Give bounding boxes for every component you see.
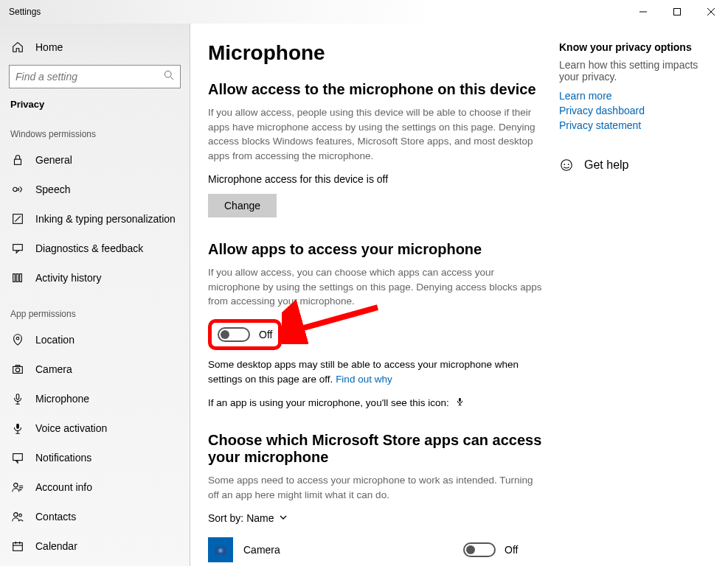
svg-rect-16: [15, 366, 19, 367]
sidebar-item-label: Location: [35, 334, 74, 346]
svg-point-4: [164, 71, 171, 77]
account-icon: [10, 480, 25, 495]
sidebar-item-label: Camera: [35, 363, 72, 375]
svg-rect-23: [13, 543, 23, 551]
section-heading: Allow apps to access your microphone: [208, 241, 544, 258]
sort-value: Name: [246, 512, 274, 524]
svg-rect-19: [13, 454, 23, 461]
section-heading: Allow access to the microphone on this d…: [208, 81, 544, 98]
svg-rect-18: [16, 424, 19, 429]
calendar-icon: [10, 539, 25, 553]
minimize-button[interactable]: [626, 0, 660, 24]
notifications-icon: [10, 450, 25, 465]
app-row-camera: Camera Off: [208, 534, 544, 565]
privacy-dashboard-link[interactable]: Privacy dashboard: [559, 105, 710, 116]
learn-more-link[interactable]: Learn more: [559, 90, 710, 102]
aside: Know your privacy options Learn how this…: [559, 24, 725, 566]
apps-access-toggle[interactable]: [218, 327, 250, 342]
speech-icon: [10, 182, 25, 197]
home-icon: [10, 40, 25, 55]
section-desc: If you allow access, people using this d…: [208, 105, 544, 163]
sidebar-item-label: Diagnostics & feedback: [35, 242, 143, 254]
apps-access-section: Allow apps to access your microphone If …: [208, 241, 544, 408]
svg-point-22: [19, 514, 22, 517]
section-desc: Some apps need to access your microphone…: [208, 473, 544, 502]
sidebar-item-label: General: [35, 154, 72, 166]
camera-app-icon: [208, 537, 233, 562]
sidebar-item-voice[interactable]: Voice activation: [0, 413, 190, 443]
desktop-apps-note: Some desktop apps may still be able to a…: [208, 357, 544, 386]
sidebar-item-notifications[interactable]: Notifications: [0, 443, 190, 472]
sidebar-item-contacts[interactable]: Contacts: [0, 502, 190, 531]
find-out-why-link[interactable]: Find out why: [336, 374, 392, 385]
device-status: Microphone access for this device is off: [208, 173, 544, 185]
sidebar-item-camera[interactable]: Camera: [0, 354, 190, 384]
svg-line-27: [293, 307, 378, 331]
microphone-indicator-icon: [455, 397, 465, 408]
chevron-down-icon: [279, 512, 288, 524]
sidebar-item-activity[interactable]: Activity history: [0, 263, 190, 293]
svg-point-7: [13, 187, 17, 191]
sidebar-item-label: Microphone: [35, 393, 89, 405]
svg-rect-12: [20, 274, 22, 282]
current-category: Privacy: [0, 94, 190, 113]
home-nav[interactable]: Home: [0, 32, 190, 62]
sidebar-item-speech[interactable]: Speech: [0, 175, 190, 204]
section-heading: Choose which Microsoft Store apps can ac…: [208, 432, 544, 466]
sidebar-item-label: Notifications: [35, 452, 91, 464]
sort-by[interactable]: Sort by: Name: [208, 512, 544, 524]
sidebar-item-location[interactable]: Location: [0, 325, 190, 354]
feedback-icon: [10, 241, 25, 256]
close-button[interactable]: [694, 0, 728, 24]
inking-icon: [10, 212, 25, 226]
privacy-statement-link[interactable]: Privacy statement: [559, 119, 710, 131]
help-icon: [559, 158, 574, 172]
change-button[interactable]: Change: [208, 194, 277, 217]
sidebar-item-label: Account info: [35, 481, 92, 493]
sidebar: Home Privacy Windows permissions General…: [0, 24, 190, 566]
get-help[interactable]: Get help: [559, 158, 710, 172]
search-input[interactable]: [15, 71, 164, 83]
search-box[interactable]: [9, 65, 181, 88]
help-label: Get help: [584, 158, 628, 172]
sidebar-item-diagnostics[interactable]: Diagnostics & feedback: [0, 234, 190, 263]
sidebar-item-microphone[interactable]: Microphone: [0, 384, 190, 413]
sidebar-item-inking[interactable]: Inking & typing personalization: [0, 204, 190, 234]
aside-desc: Learn how this setting impacts your priv…: [559, 59, 710, 83]
svg-point-34: [564, 164, 565, 165]
svg-point-31: [219, 549, 222, 552]
svg-point-20: [14, 483, 18, 487]
titlebar: Settings: [0, 0, 728, 24]
arrow-annotation-icon: [282, 300, 385, 344]
sidebar-item-label: Speech: [35, 184, 70, 195]
camera-app-toggle[interactable]: [463, 542, 496, 557]
svg-point-13: [16, 337, 19, 340]
sidebar-item-account[interactable]: Account info: [0, 472, 190, 502]
aside-heading: Know your privacy options: [559, 41, 710, 53]
mic-in-use-note: If an app is using your microphone, you'…: [208, 396, 544, 408]
toggle-state: Off: [505, 544, 518, 556]
svg-rect-6: [15, 159, 21, 164]
history-icon: [10, 270, 25, 285]
page-title: Microphone: [208, 41, 544, 65]
search-icon: [164, 70, 174, 83]
svg-rect-11: [16, 274, 18, 282]
windows-permissions-heading: Windows permissions: [0, 113, 190, 145]
maximize-button[interactable]: [660, 0, 694, 24]
home-label: Home: [35, 41, 63, 53]
window-title: Settings: [0, 7, 41, 17]
svg-rect-9: [13, 245, 23, 251]
device-access-section: Allow access to the microphone on this d…: [208, 81, 544, 217]
sidebar-item-calendar[interactable]: Calendar: [0, 531, 190, 561]
sidebar-item-general[interactable]: General: [0, 145, 190, 175]
svg-point-15: [15, 368, 19, 371]
app-permissions-heading: App permissions: [0, 293, 190, 325]
svg-rect-17: [16, 394, 19, 399]
app-name: Camera: [243, 544, 463, 556]
contacts-icon: [10, 509, 25, 524]
voice-icon: [10, 421, 25, 436]
sidebar-item-label: Inking & typing personalization: [35, 213, 176, 225]
store-apps-section: Choose which Microsoft Store apps can ac…: [208, 432, 544, 566]
sidebar-item-label: Voice activation: [35, 422, 107, 434]
svg-line-5: [170, 77, 173, 80]
